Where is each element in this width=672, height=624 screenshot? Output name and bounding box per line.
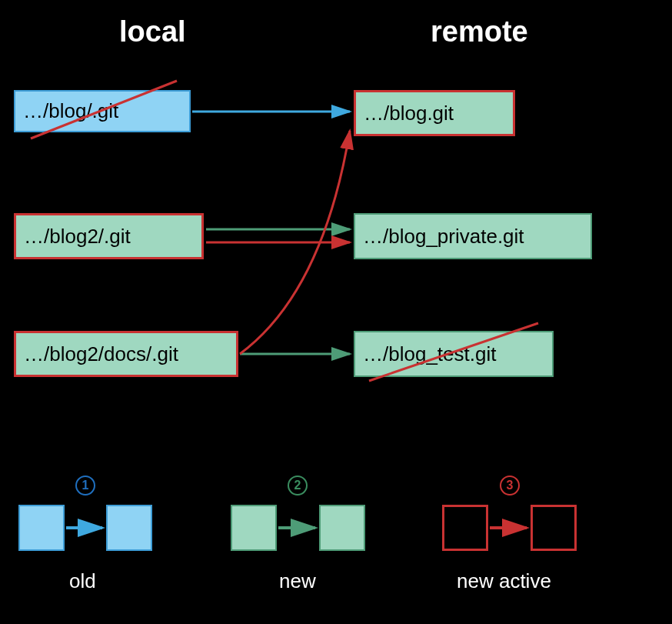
box-remote-blog: …/blog.git — [354, 90, 515, 136]
legend-box-old-a — [18, 505, 65, 551]
legend-box-new-b — [319, 505, 365, 551]
header-local: local — [119, 15, 186, 48]
legend-box-new-a — [231, 505, 277, 551]
box-local-blog2: …/blog2/.git — [14, 213, 204, 259]
legend-box-old-b — [106, 505, 152, 551]
legend-box-active-a — [442, 505, 488, 551]
legend-text-new: new — [279, 569, 316, 593]
header-remote: remote — [431, 15, 528, 48]
box-local-blog: …/blog/.git — [14, 90, 191, 132]
legend-text-active: new active — [457, 569, 551, 593]
box-local-blog2-docs: …/blog2/docs/.git — [14, 331, 238, 377]
box-remote-blog-private: …/blog_private.git — [354, 213, 592, 259]
legend-num-2: 2 — [288, 476, 308, 496]
legend-text-old: old — [69, 569, 96, 593]
legend-num-1: 1 — [75, 476, 95, 496]
box-remote-blog-test: …/blog_test.git — [354, 331, 554, 377]
legend-box-active-b — [531, 505, 577, 551]
legend-num-3: 3 — [500, 476, 520, 496]
